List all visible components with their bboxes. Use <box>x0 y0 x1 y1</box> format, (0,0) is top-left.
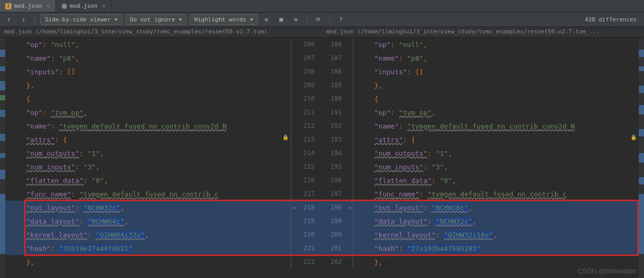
line-number: 207 <box>298 51 319 65</box>
code-line[interactable]: "name": "tvmgen_default_fused_nn_contrib… <box>5 119 291 133</box>
line-number: 198 <box>325 201 346 214</box>
viewer-mode-dropdown[interactable]: Side-by-side viewer ▼ <box>40 14 122 25</box>
dropdown-label: Do not ignore <box>130 16 175 23</box>
code-line[interactable]: "attrs": { <box>353 133 639 146</box>
line-number: 187 <box>325 51 346 65</box>
left-change-stripe[interactable] <box>0 38 5 278</box>
code-line[interactable]: }, <box>353 255 639 269</box>
code-line[interactable]: "func_name": "tvmgen_default_fused_nn_co… <box>5 187 291 201</box>
code-line[interactable]: "kernel_layout": "OIHW32i16o", <box>353 228 639 241</box>
code-line[interactable]: "out_layout": "NCHW32c", <box>5 201 291 214</box>
diff-body: "op": "null",206186 "op": "null", "name"… <box>0 38 644 278</box>
code-line[interactable]: }, <box>5 78 291 92</box>
tab-mod-json-2[interactable]: mod.json × <box>56 0 112 12</box>
line-number: 219 <box>298 214 319 228</box>
separator <box>34 15 35 25</box>
code-line[interactable]: "out_layout": "NCHW16c", <box>353 201 639 214</box>
code-line[interactable]: "op": "null", <box>5 38 291 51</box>
jump-left-icon[interactable]: « <box>346 204 354 211</box>
diff-toolbar: ↑ ↓ Side-by-side viewer ▼ Do not ignore … <box>0 13 644 27</box>
code-line[interactable]: "inputs": [] <box>5 65 291 78</box>
gear-icon[interactable]: ⚙ <box>290 14 302 26</box>
lock-icon: 🔒 <box>282 134 289 140</box>
code-line[interactable]: { <box>353 92 639 106</box>
code-line[interactable]: "attrs": { <box>5 133 291 146</box>
chevron-down-icon: ▼ <box>250 17 253 22</box>
code-line[interactable]: }, <box>5 255 291 269</box>
code-line[interactable]: "data_layout": "NCHW64c", <box>5 214 291 228</box>
line-number: 193 <box>325 133 346 146</box>
line-number: 214 <box>298 146 319 160</box>
chevron-down-icon: ▼ <box>115 17 118 22</box>
code-line[interactable]: "num_outputs": "1", <box>353 146 639 160</box>
code-line[interactable]: "num_inputs": "3", <box>353 160 639 173</box>
separator <box>329 15 330 25</box>
line-number: 217 <box>298 187 319 201</box>
json-icon: J <box>5 3 12 9</box>
refresh-icon[interactable]: ⟳ <box>313 14 324 26</box>
right-file-path: mod.json (/home/liminghui/3_interview_st… <box>322 27 644 37</box>
line-number: 222 <box>298 255 319 269</box>
line-number: 213 <box>298 133 319 146</box>
code-line[interactable]: { <box>5 92 291 106</box>
code-line[interactable]: "kernel_layout": "OIHW64i32o", <box>5 228 291 241</box>
close-icon[interactable]: × <box>47 3 50 9</box>
tab-mod-json-1[interactable]: J mod.json × <box>0 0 56 12</box>
editor-tabs: J mod.json × mod.json × <box>0 0 644 13</box>
collapse-icon[interactable]: ⇆ <box>261 14 272 26</box>
line-number: 199 <box>325 214 346 228</box>
code-line[interactable]: "flatten_data": "0", <box>5 173 291 187</box>
code-line[interactable]: "num_inputs": "3", <box>5 160 291 173</box>
line-number: 215 <box>298 160 319 173</box>
line-number: 197 <box>325 187 346 201</box>
line-number: 190 <box>325 92 346 106</box>
tab-label: mod.json <box>14 3 42 9</box>
code-line[interactable]: "op": "null", <box>353 38 639 51</box>
line-number: 196 <box>325 173 346 187</box>
line-number: 202 <box>325 255 346 269</box>
jump-right-icon[interactable]: » <box>290 204 298 211</box>
svg-point-2 <box>62 4 67 9</box>
code-line[interactable]: "num_outputs": "1", <box>5 146 291 160</box>
lock-icon: 🔒 <box>630 134 637 140</box>
help-icon[interactable]: ? <box>335 14 347 26</box>
line-number: 194 <box>325 146 346 160</box>
line-number: 212 <box>298 119 319 133</box>
chevron-down-icon: ▼ <box>179 17 182 22</box>
right-change-stripe[interactable] <box>639 38 644 278</box>
line-number: 189 <box>325 78 346 92</box>
line-number: 206 <box>298 38 319 51</box>
ignore-dropdown[interactable]: Do not ignore ▼ <box>125 14 187 25</box>
code-line[interactable]: }, <box>353 78 639 92</box>
close-icon[interactable]: × <box>102 3 106 9</box>
prev-diff-icon[interactable]: ↑ <box>3 14 15 26</box>
code-line[interactable]: "inputs": [] <box>353 65 639 78</box>
dropdown-label: Side-by-side viewer <box>45 16 111 23</box>
next-diff-icon[interactable]: ↓ <box>18 14 29 26</box>
tab-label: mod.json <box>70 3 98 9</box>
line-number: 201 <box>325 241 346 255</box>
code-line[interactable]: "hash": "35b19e27a40f9b21" <box>5 241 291 255</box>
line-number: 195 <box>325 160 346 173</box>
code-line[interactable]: "op": "tvm_op", <box>353 106 639 119</box>
code-line[interactable]: "name": "p8", <box>353 51 639 65</box>
code-line[interactable]: "func_name": "tvmgen_default_fused_nn_co… <box>353 187 639 201</box>
code-line[interactable]: "hash": "27a103ba47689283" <box>353 241 639 255</box>
code-line[interactable]: "data_layout": "NCHW32c", <box>353 214 639 228</box>
diff-icon <box>61 3 67 9</box>
line-number: 208 <box>298 65 319 78</box>
line-number: 200 <box>325 228 346 241</box>
line-number: 186 <box>325 38 346 51</box>
dropdown-label: Highlight words <box>194 16 246 23</box>
line-number: 210 <box>298 92 319 106</box>
code-line[interactable]: "flatten_data": "0", <box>353 173 639 187</box>
line-number: 216 <box>298 173 319 187</box>
sync-scroll-icon[interactable]: ▦ <box>275 14 287 26</box>
code-line[interactable]: "name": "tvmgen_default_fused_nn_contrib… <box>353 119 639 133</box>
code-line[interactable]: "op": "tvm_op", <box>5 106 291 119</box>
highlight-dropdown[interactable]: Highlight words ▼ <box>190 14 258 25</box>
line-number: 218 <box>298 201 319 214</box>
line-number: 191 <box>325 106 346 119</box>
code-line[interactable]: "name": "p8", <box>5 51 291 65</box>
file-paths: mod.json (/home/liminghui/3_interview_st… <box>0 27 644 38</box>
